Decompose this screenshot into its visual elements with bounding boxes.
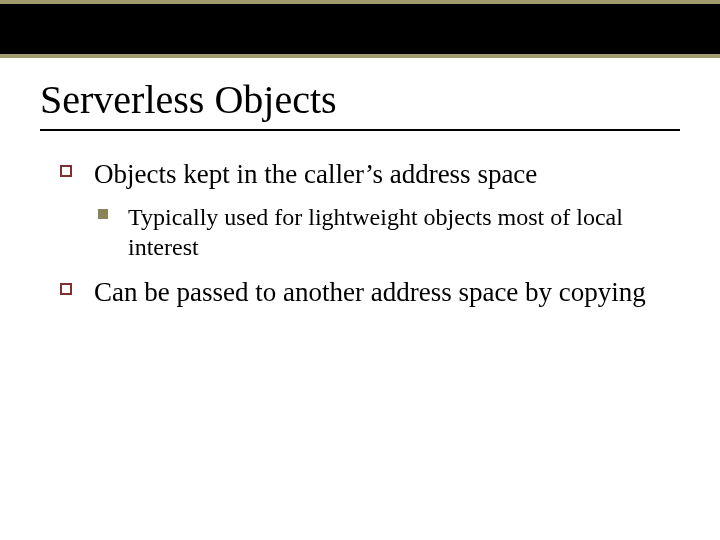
square-outline-bullet-icon [60, 165, 72, 177]
title-region: Serverless Objects [40, 76, 680, 131]
list-item-text: Objects kept in the caller’s address spa… [94, 158, 672, 192]
slide: Serverless Objects Objects kept in the c… [0, 0, 720, 540]
title-underline [40, 129, 680, 131]
list-item-text: Can be passed to another address space b… [94, 276, 672, 310]
square-outline-bullet-icon [60, 283, 72, 295]
slide-title: Serverless Objects [40, 76, 680, 129]
decorative-top-band [0, 0, 720, 58]
bullet-list: Objects kept in the caller’s address spa… [60, 158, 672, 310]
list-item: Objects kept in the caller’s address spa… [60, 158, 672, 262]
square-fill-bullet-icon [98, 209, 108, 219]
list-item-text: Typically used for lightweight objects m… [128, 202, 672, 262]
list-item: Typically used for lightweight objects m… [94, 202, 672, 262]
sub-bullet-list: Typically used for lightweight objects m… [94, 202, 672, 262]
content-region: Objects kept in the caller’s address spa… [60, 158, 672, 324]
list-item: Can be passed to another address space b… [60, 276, 672, 310]
